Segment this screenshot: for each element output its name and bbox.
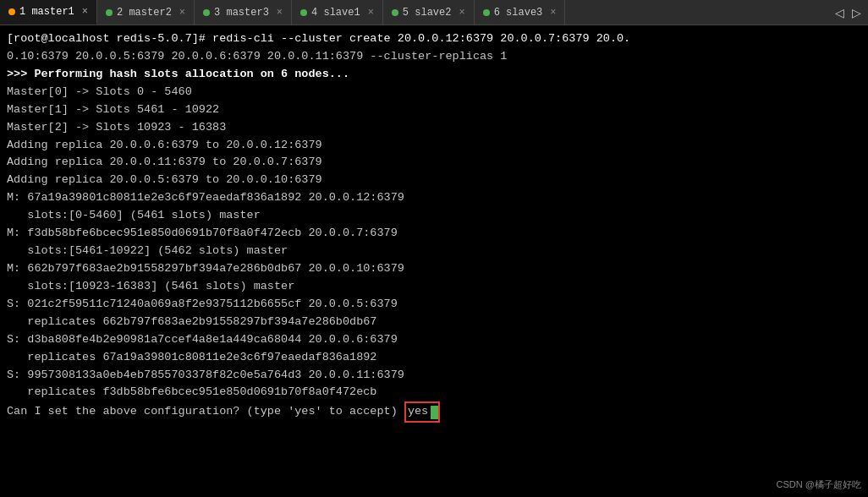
- tab-close-master1[interactable]: ×: [82, 6, 88, 18]
- terminal-line-5: Master[2] -> Slots 10923 - 16383: [7, 119, 861, 137]
- terminal-line-4: Master[1] -> Slots 5461 - 10922: [7, 101, 861, 119]
- tab-dot-slave1: [300, 9, 307, 16]
- terminal-line-3: Master[0] -> Slots 0 - 5460: [7, 84, 861, 101]
- tab-master3[interactable]: 3 master3 ×: [195, 0, 292, 25]
- terminal-line-1: 0.10:6379 20.0.0.5:6379 20.0.0.6:6379 20…: [7, 48, 861, 66]
- terminal-line-8: Adding replica 20.0.0.5:6379 to 20.0.0.1…: [7, 172, 861, 189]
- terminal-line-14: slots:[10923-16383] (5461 slots) master: [7, 278, 861, 296]
- terminal-line-13: M: 662b797f683ae2b91558297bf394a7e286b0d…: [7, 260, 861, 278]
- terminal-line-12: slots:[5461-10922] (5462 slots) master: [7, 243, 861, 260]
- terminal-window: 1 master1 × 2 master2 × 3 master3 × 4 sl…: [0, 0, 868, 497]
- tab-label-slave2: 5 slave2: [403, 7, 452, 19]
- yes-input-container[interactable]: yes: [404, 401, 440, 423]
- terminal-line-17: S: d3ba808fe4b2e90981a7ccef4a8e1a449ca68…: [7, 331, 861, 349]
- tab-label-master2: 2 master2: [117, 7, 172, 19]
- terminal-line-11: M: f3db58bfe6bcec951e850d0691b70f8a0f472…: [7, 225, 861, 243]
- terminal-line-6: Adding replica 20.0.0.6:6379 to 20.0.0.1…: [7, 137, 861, 155]
- terminal-content[interactable]: [root@localhost redis-5.0.7]# redis-cli …: [0, 25, 868, 497]
- tab-dot-master1: [8, 8, 15, 15]
- tab-close-slave1[interactable]: ×: [368, 7, 374, 19]
- tab-bar: 1 master1 × 2 master2 × 3 master3 × 4 sl…: [0, 0, 868, 25]
- tab-master2[interactable]: 2 master2 ×: [97, 0, 195, 25]
- terminal-line-10: slots:[0-5460] (5461 slots) master: [7, 207, 861, 225]
- tab-dot-slave2: [392, 9, 398, 16]
- tab-prev-button[interactable]: ◁: [832, 6, 847, 19]
- tab-slave1[interactable]: 4 slave1 ×: [292, 0, 383, 25]
- tab-label-slave3: 6 slave3: [494, 7, 543, 19]
- tab-dot-master3: [203, 9, 210, 16]
- tab-navigation: ◁ ▷: [828, 0, 868, 25]
- tab-close-master3[interactable]: ×: [277, 7, 283, 19]
- tab-master1[interactable]: 1 master1 ×: [0, 0, 97, 25]
- watermark: CSDN @橘子超好吃: [777, 478, 861, 492]
- terminal-line-9: M: 67a19a39801c80811e2e3c6f97eaedaf836a1…: [7, 189, 861, 207]
- terminal-line-2: >>> Performing hash slots allocation on …: [7, 66, 861, 84]
- tab-slave3[interactable]: 6 slave3 ×: [475, 0, 566, 25]
- tab-label-slave1: 4 slave1: [311, 7, 360, 19]
- tab-dot-master2: [106, 9, 113, 16]
- tab-label-master1: 1 master1: [19, 6, 74, 18]
- terminal-line-0: [root@localhost redis-5.0.7]# redis-cli …: [7, 30, 861, 48]
- terminal-line-7: Adding replica 20.0.0.11:6379 to 20.0.0.…: [7, 154, 861, 172]
- tab-close-slave2[interactable]: ×: [459, 7, 464, 19]
- terminal-line-16: replicates 662b797f683ae2b91558297bf394a…: [7, 314, 861, 331]
- tab-close-slave3[interactable]: ×: [550, 7, 556, 19]
- tab-dot-slave3: [483, 9, 490, 16]
- cursor-block: [431, 406, 438, 419]
- tab-slave2[interactable]: 5 slave2 ×: [383, 0, 475, 25]
- terminal-line-18: replicates 67a19a39801c80811e2e3c6f97eae…: [7, 349, 861, 367]
- tab-next-button[interactable]: ▷: [849, 6, 864, 19]
- terminal-line-19: S: 9957308133a0eb4eb7855703378f82c0e5a76…: [7, 367, 861, 385]
- prompt-text: Can I set the above configuration? (type…: [7, 403, 404, 421]
- terminal-prompt-line: Can I set the above configuration? (type…: [7, 401, 861, 423]
- tab-label-master3: 3 master3: [214, 7, 269, 19]
- terminal-line-15: S: 021c2f59511c71240a069a8f2e9375112b665…: [7, 296, 861, 314]
- tab-close-master2[interactable]: ×: [179, 7, 185, 19]
- terminal-line-20: replicates f3db58bfe6bcec951e850d0691b70…: [7, 384, 861, 401]
- yes-value: yes: [406, 403, 430, 421]
